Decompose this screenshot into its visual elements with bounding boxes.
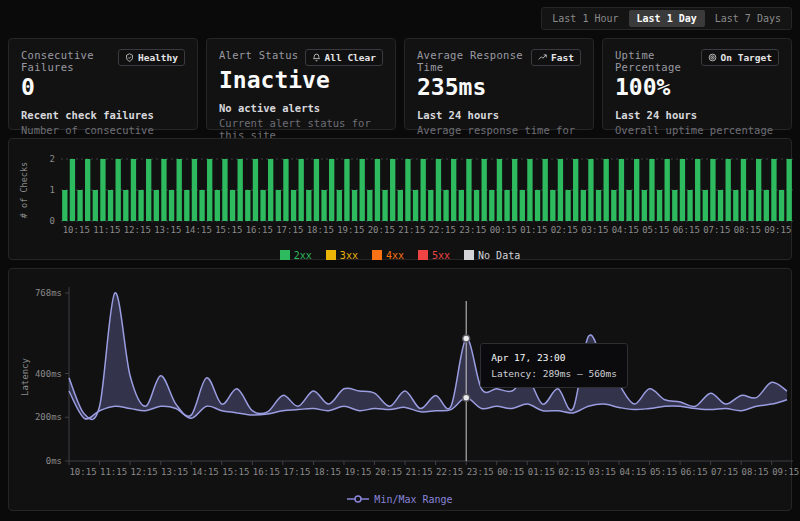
svg-text:09:15: 09:15 <box>772 467 799 477</box>
bar-2xx <box>588 159 593 221</box>
svg-text:20:15: 20:15 <box>375 467 402 477</box>
bar-2xx <box>215 190 220 221</box>
bar-2xx <box>527 159 532 221</box>
card-title: Average Response Time <box>417 49 531 73</box>
svg-text:17:15: 17:15 <box>276 225 303 235</box>
svg-text:06:15: 06:15 <box>681 467 708 477</box>
max-latency-line <box>69 293 787 420</box>
bar-2xx <box>382 190 387 221</box>
legend-item-3xx: 3xx <box>326 250 358 261</box>
bar-2xx <box>344 159 349 221</box>
bar-2xx <box>474 190 479 221</box>
bar-2xx <box>687 190 692 221</box>
svg-text:08:15: 08:15 <box>742 467 769 477</box>
fast-badge: Fast <box>531 49 581 66</box>
bar-2xx <box>428 190 433 221</box>
bar-2xx <box>70 159 75 221</box>
card-value: Inactive <box>219 68 383 93</box>
bar-2xx <box>116 159 121 221</box>
svg-text:04:15: 04:15 <box>619 467 646 477</box>
svg-text:14:15: 14:15 <box>185 225 212 235</box>
bar-2xx <box>703 190 708 221</box>
bar-2xx <box>649 159 654 221</box>
bar-2xx <box>733 190 738 221</box>
card-alert-status: Alert Status All Clear Inactive No activ… <box>206 38 396 130</box>
bar-2xx <box>520 190 525 221</box>
hover-point-marker <box>463 394 470 401</box>
legend-label: 5xx <box>432 250 450 261</box>
range-last-7-days-button[interactable]: Last 7 Days <box>707 10 789 27</box>
svg-text:13:15: 13:15 <box>154 225 181 235</box>
bar-2xx <box>184 190 189 221</box>
checks-chart-panel: 012# of Checks10:1511:1512:1513:1514:151… <box>8 138 792 260</box>
svg-text:00:15: 00:15 <box>490 225 517 235</box>
svg-text:10:15: 10:15 <box>69 467 96 477</box>
svg-text:01:15: 01:15 <box>528 467 555 477</box>
legend-item-2xx: 2xx <box>280 250 312 261</box>
badge-label: Fast <box>551 52 574 63</box>
bar-2xx <box>291 190 296 221</box>
bar-2xx <box>352 190 357 221</box>
shield-check-icon <box>125 53 134 62</box>
card-title: Alert Status <box>219 49 298 61</box>
svg-text:0: 0 <box>50 216 55 226</box>
svg-text:15:15: 15:15 <box>215 225 242 235</box>
svg-text:02:15: 02:15 <box>558 467 585 477</box>
bar-2xx <box>764 190 769 221</box>
bar-2xx <box>573 159 578 221</box>
svg-text:19:15: 19:15 <box>344 467 371 477</box>
svg-text:22:15: 22:15 <box>436 467 463 477</box>
svg-text:200ms: 200ms <box>35 412 62 422</box>
svg-text:15:15: 15:15 <box>222 467 249 477</box>
on-target-badge: On Target <box>701 49 779 66</box>
bar-2xx <box>611 190 616 221</box>
svg-text:0ms: 0ms <box>46 456 62 466</box>
bar-2xx <box>398 190 403 221</box>
range-last-1-hour-button[interactable]: Last 1 Hour <box>544 10 626 27</box>
svg-text:21:15: 21:15 <box>406 467 433 477</box>
bar-2xx <box>756 159 761 221</box>
checks-bar-chart: 012# of Checks10:1511:1512:1513:1514:151… <box>17 145 799 241</box>
range-last-1-day-button[interactable]: Last 1 Day <box>629 10 705 27</box>
bar-2xx <box>741 159 746 221</box>
bar-2xx <box>268 159 273 221</box>
legend-swatch <box>326 250 336 260</box>
bar-2xx <box>283 159 288 221</box>
bar-2xx <box>626 190 631 221</box>
bar-2xx <box>642 190 647 221</box>
bar-2xx <box>466 159 471 221</box>
bar-2xx <box>565 190 570 221</box>
bar-2xx <box>93 190 98 221</box>
bar-2xx <box>245 190 250 221</box>
bar-2xx <box>177 159 182 221</box>
bar-2xx <box>62 190 67 221</box>
bar-2xx <box>85 159 90 221</box>
svg-text:23:15: 23:15 <box>467 467 494 477</box>
bar-2xx <box>100 159 105 221</box>
bar-2xx <box>550 190 555 221</box>
svg-text:07:15: 07:15 <box>711 467 738 477</box>
legend-label: 2xx <box>294 250 312 261</box>
bar-2xx <box>146 159 151 221</box>
svg-text:768ms: 768ms <box>35 288 62 298</box>
legend-swatch <box>418 250 428 260</box>
svg-text:00:15: 00:15 <box>497 467 524 477</box>
svg-text:16:15: 16:15 <box>253 467 280 477</box>
svg-text:13:15: 13:15 <box>161 467 188 477</box>
svg-text:18:15: 18:15 <box>314 467 341 477</box>
stat-cards-row: Consecutive Failures Healthy 0 Recent ch… <box>8 38 792 130</box>
card-title: Consecutive Failures <box>21 49 118 73</box>
bar-2xx <box>390 159 395 221</box>
latency-area-chart: 768ms400ms200ms0msLatency10:1511:1512:15… <box>17 275 799 487</box>
svg-text:23:15: 23:15 <box>459 225 486 235</box>
card-value: 235ms <box>417 75 581 100</box>
svg-text:07:15: 07:15 <box>703 225 730 235</box>
bar-2xx <box>436 159 441 221</box>
bar-2xx <box>657 190 662 221</box>
svg-text:01:15: 01:15 <box>520 225 547 235</box>
bar-2xx <box>405 159 410 221</box>
bar-2xx <box>367 190 372 221</box>
svg-text:Latency: Latency <box>20 357 30 396</box>
legend-item-no-data: No Data <box>464 250 520 261</box>
svg-text:09:15: 09:15 <box>764 225 791 235</box>
